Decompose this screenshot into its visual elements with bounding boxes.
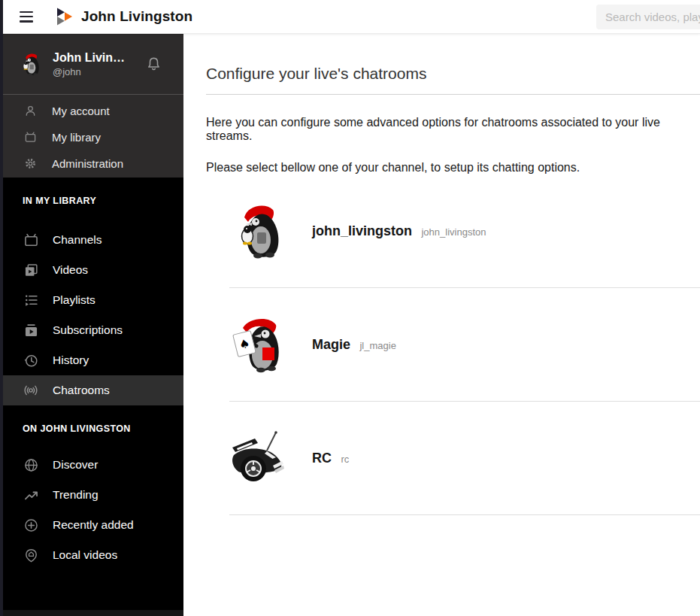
sidebar: John Livingston @john My account: [0, 34, 183, 616]
channel-list: john_livingston john_livingston ♠: [229, 174, 700, 515]
sidebar-item-label: Trending: [53, 488, 98, 502]
playlist-icon: [23, 293, 39, 308]
home-link[interactable]: John Livingston: [57, 8, 192, 26]
globe-icon: [23, 457, 39, 473]
gear-icon: [24, 157, 37, 170]
user-handle: @john: [53, 66, 129, 77]
channel-text: RC rc: [312, 451, 349, 466]
sidebar-item-recently-added[interactable]: Recently added: [0, 510, 183, 540]
sidebar-item-administration[interactable]: Administration: [0, 150, 183, 177]
sidebar-item-subscriptions[interactable]: Subscriptions: [0, 315, 183, 345]
channel-text: john_livingston john_livingston: [312, 223, 486, 239]
section-title-on-instance: ON JOHN LIVINGSTON: [0, 420, 183, 437]
trending-icon: [23, 487, 39, 503]
top-header: John Livingston: [0, 0, 700, 34]
title-separator: [206, 94, 700, 95]
plus-circle-icon: [23, 517, 39, 533]
hamburger-menu-icon[interactable]: [20, 11, 33, 23]
penguin-magician-card-avatar: ♠: [229, 314, 289, 375]
channel-row-john-livingston[interactable]: john_livingston john_livingston: [229, 174, 700, 288]
sidebar-item-local-videos[interactable]: Local videos: [0, 540, 183, 570]
channel-handle: jl_magie: [359, 340, 395, 351]
account-menu: My account My library Administration: [0, 94, 183, 178]
sidebar-item-discover[interactable]: Discover: [0, 450, 183, 480]
main-content: Configure your live's chatrooms Here you…: [183, 34, 700, 616]
account-block: John Livingston @john My account: [0, 34, 183, 178]
sidebar-item-history[interactable]: History: [0, 345, 183, 375]
sidebar-item-playlists[interactable]: Playlists: [0, 285, 183, 315]
live-broadcast-icon: [23, 383, 39, 398]
home-pin-icon: [23, 548, 39, 563]
sidebar-item-label: Discover: [53, 458, 98, 472]
channel-display-name[interactable]: Magie: [312, 337, 350, 352]
penguin-red-hat-avatar: [229, 201, 289, 261]
sidebar-item-label: History: [53, 354, 89, 367]
sidebar-scrollbar[interactable]: [3, 610, 183, 616]
tv-icon: [24, 131, 37, 144]
channel-display-name[interactable]: john_livingston: [312, 223, 412, 238]
sidebar-item-label: Chatrooms: [53, 384, 110, 397]
user-display-name: John Livingston: [53, 51, 129, 65]
notifications-button[interactable]: [145, 56, 162, 73]
user-meta[interactable]: John Livingston @john: [53, 51, 129, 77]
channel-row-rc[interactable]: RC rc: [229, 402, 700, 515]
history-icon: [23, 353, 39, 369]
sidebar-item-label: Channels: [53, 233, 102, 247]
peertube-logo-icon: [57, 8, 73, 26]
sidebar-item-label: Administration: [52, 157, 123, 170]
user-icon: [24, 105, 37, 117]
subscriptions-icon: [23, 323, 39, 338]
sidebar-item-trending[interactable]: Trending: [0, 480, 183, 510]
sidebar-item-label: Playlists: [53, 293, 95, 307]
sidebar-item-label: My library: [52, 131, 101, 144]
intro-paragraph-1: Here you can configure some advanced opt…: [206, 116, 700, 143]
sidebar-item-videos[interactable]: Videos: [0, 255, 183, 285]
sidebar-item-my-library[interactable]: My library: [0, 124, 183, 150]
intro-paragraph-2: Please select bellow one of your channel…: [206, 161, 700, 174]
search-input[interactable]: [596, 5, 700, 29]
sidebar-item-label: Local videos: [53, 548, 117, 562]
instance-title[interactable]: John Livingston: [81, 8, 192, 25]
channel-handle: rc: [341, 454, 349, 465]
sidebar-item-label: Recently added: [53, 518, 134, 532]
sidebar-item-label: Videos: [53, 263, 88, 277]
videos-icon: [23, 262, 39, 278]
logged-user-row[interactable]: John Livingston @john: [0, 34, 183, 94]
sidebar-item-channels[interactable]: Channels: [0, 225, 183, 255]
sidebar-item-my-account[interactable]: My account: [0, 98, 183, 124]
user-avatar[interactable]: [18, 51, 44, 77]
bell-icon: [145, 56, 162, 73]
channel-row-magie[interactable]: ♠ Magie jl_magie: [229, 288, 700, 402]
window-edge-strip: [0, 0, 3, 616]
rc-car-avatar: [229, 428, 289, 488]
page-title: Configure your live's chatrooms: [206, 65, 700, 83]
sidebar-item-chatrooms[interactable]: Chatrooms: [0, 375, 183, 405]
channel-text: Magie jl_magie: [312, 337, 396, 353]
channel-handle: john_livingston: [421, 226, 486, 238]
sidebar-item-label: My account: [52, 105, 110, 117]
sidebar-item-label: Subscriptions: [53, 323, 123, 337]
tv-icon: [23, 232, 39, 248]
section-title-in-my-library: IN MY LIBRARY: [0, 193, 183, 209]
channel-display-name[interactable]: RC: [312, 451, 332, 466]
